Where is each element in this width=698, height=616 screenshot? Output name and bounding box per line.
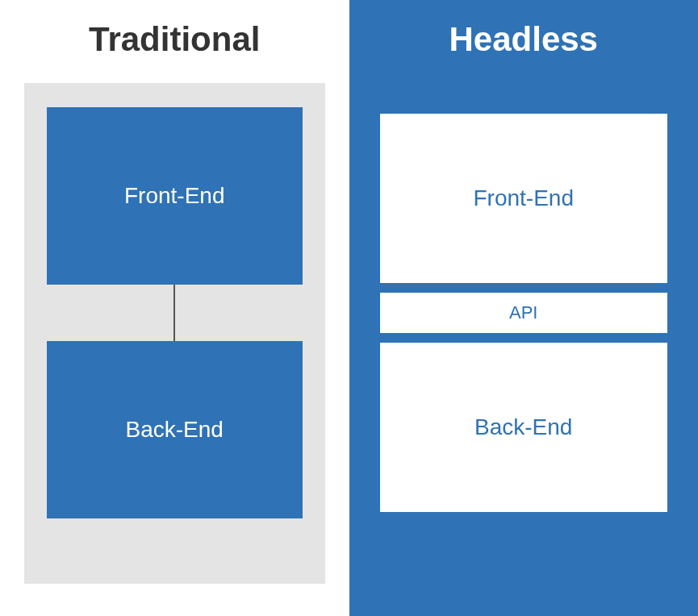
traditional-backend-box: Back-End xyxy=(47,341,303,518)
headless-frontend-box: Front-End xyxy=(380,114,668,283)
headless-panel: Headless Front-End API Back-End xyxy=(349,0,699,616)
traditional-connector xyxy=(173,285,175,341)
headless-title: Headless xyxy=(374,20,675,59)
traditional-container: Front-End Back-End xyxy=(24,83,325,584)
headless-api-box: API xyxy=(380,293,668,333)
traditional-panel: Traditional Front-End Back-End xyxy=(0,0,349,616)
traditional-title: Traditional xyxy=(24,20,325,59)
traditional-frontend-box: Front-End xyxy=(47,107,303,285)
headless-container: Front-End API Back-End xyxy=(374,83,675,584)
headless-backend-box: Back-End xyxy=(380,343,668,512)
